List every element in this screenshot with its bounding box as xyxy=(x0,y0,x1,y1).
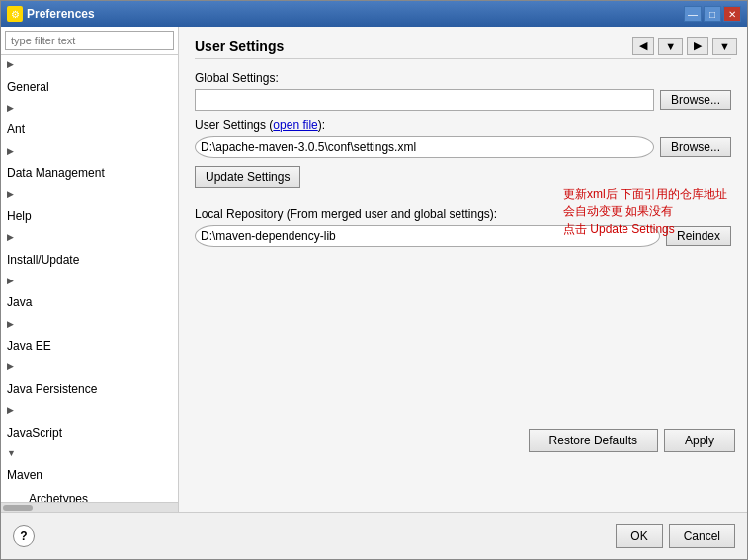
sidebar-item-maven[interactable]: ▼ Maven xyxy=(1,444,178,488)
title-bar-left: ⚙ Preferences xyxy=(7,6,95,22)
annotation-text: 更新xml后 下面引用的仓库地址 会自动变更 如果没有 点击 Update Se… xyxy=(563,185,727,238)
sidebar-item-install-update[interactable]: ▶ Install/Update xyxy=(1,228,178,272)
user-browse-button[interactable]: Browse... xyxy=(660,137,731,157)
forward-button[interactable]: ▶ xyxy=(687,37,708,55)
global-settings-input[interactable] xyxy=(195,89,654,111)
sidebar-item-java-ee[interactable]: ▶ Java EE xyxy=(1,315,178,359)
open-file-link[interactable]: open file xyxy=(273,119,317,132)
back-button[interactable]: ◀ xyxy=(632,37,654,55)
close-button[interactable]: ✕ xyxy=(723,6,741,22)
restore-defaults-button[interactable]: Restore Defaults xyxy=(529,429,658,452)
ok-button[interactable]: OK xyxy=(616,524,662,548)
filter-box xyxy=(1,27,178,55)
annotation-line1: 更新xml后 下面引用的仓库地址 xyxy=(563,185,727,202)
sidebar-item-java[interactable]: ▶ Java xyxy=(1,272,178,315)
global-browse-button[interactable]: Browse... xyxy=(660,90,731,110)
sidebar-item-data-management[interactable]: ▶ Data Management xyxy=(1,142,178,186)
bottom-bar-left: ? xyxy=(13,525,35,547)
annotation-line3: 点击 Update Settings xyxy=(563,220,727,238)
right-panel: ◀ ▼ ▶ ▼ User Settings Global Settings: B… xyxy=(179,27,747,512)
sidebar: ▶ General ▶ Ant ▶ Data Management ▶ Help… xyxy=(1,27,179,512)
sidebar-item-archetypes[interactable]: Archetypes xyxy=(1,488,178,502)
panel-action-buttons: Restore Defaults Apply xyxy=(529,429,735,452)
apply-button[interactable]: Apply xyxy=(664,429,735,452)
user-settings-section-label: User Settings (open file): xyxy=(195,119,731,132)
maximize-button[interactable]: □ xyxy=(704,6,721,22)
main-content: ▶ General ▶ Ant ▶ Data Management ▶ Help… xyxy=(1,27,747,512)
cancel-button[interactable]: Cancel xyxy=(669,524,735,548)
window-title: Preferences xyxy=(27,7,95,21)
sidebar-scroll: ▶ General ▶ Ant ▶ Data Management ▶ Help… xyxy=(1,55,178,502)
update-settings-button[interactable]: Update Settings xyxy=(195,166,300,188)
minimize-button[interactable]: — xyxy=(684,6,702,22)
search-input[interactable] xyxy=(5,31,174,50)
nav-dropdown2[interactable]: ▼ xyxy=(712,38,737,55)
tree: ▶ General ▶ Ant ▶ Data Management ▶ Help… xyxy=(1,55,178,502)
sidebar-item-java-persistence[interactable]: ▶ Java Persistence xyxy=(1,358,178,401)
user-settings-input-row: Browse... xyxy=(195,136,731,158)
sidebar-item-ant[interactable]: ▶ Ant xyxy=(1,99,178,142)
bottom-bar-right: OK Cancel xyxy=(616,524,735,548)
scrollbar-thumb xyxy=(3,505,33,511)
nav-dropdown[interactable]: ▼ xyxy=(658,38,683,55)
help-button[interactable]: ? xyxy=(13,525,35,547)
sidebar-item-general[interactable]: ▶ General xyxy=(1,55,178,99)
bottom-bar: ? OK Cancel xyxy=(1,512,747,559)
nav-controls: ◀ ▼ ▶ ▼ xyxy=(632,37,737,55)
title-bar: ⚙ Preferences — □ ✕ xyxy=(1,1,747,27)
sidebar-item-javascript[interactable]: ▶ JavaScript xyxy=(1,401,178,444)
annotation-line2: 会自动变更 如果没有 xyxy=(563,202,727,220)
preferences-window: ⚙ Preferences — □ ✕ ▶ General ▶ Ant xyxy=(0,0,748,560)
window-controls: — □ ✕ xyxy=(684,6,741,22)
global-settings-label: Global Settings: xyxy=(195,71,731,85)
window-icon: ⚙ xyxy=(7,6,23,22)
sidebar-item-help[interactable]: ▶ Help xyxy=(1,185,178,228)
global-settings-row: Browse... xyxy=(195,89,731,111)
user-settings-input[interactable] xyxy=(195,136,654,158)
sidebar-scrollbar[interactable] xyxy=(1,502,178,512)
